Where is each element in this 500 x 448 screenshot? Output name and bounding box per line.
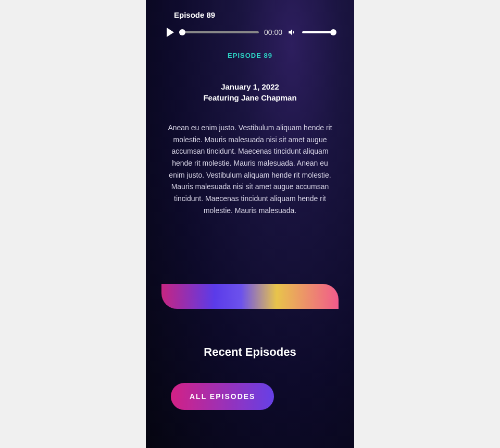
progress-slider[interactable] bbox=[179, 31, 259, 33]
play-button-icon[interactable] bbox=[167, 28, 174, 37]
all-episodes-button[interactable]: All Episodes bbox=[171, 383, 274, 410]
player-title: Episode 89 bbox=[174, 10, 339, 19]
time-display: 00:00 bbox=[264, 28, 282, 36]
progress-thumb[interactable] bbox=[179, 29, 185, 35]
episode-label: Episode 89 bbox=[161, 52, 339, 59]
episode-featuring: Featuring Jane Chapman bbox=[161, 93, 339, 102]
volume-thumb[interactable] bbox=[330, 29, 336, 35]
audio-player: 00:00 bbox=[161, 28, 339, 37]
episode-description: Anean eu enim justo. Vestibulum aliquam … bbox=[161, 122, 339, 216]
volume-slider[interactable] bbox=[302, 31, 333, 33]
volume-icon[interactable] bbox=[288, 28, 297, 37]
episode-date: January 1, 2022 bbox=[161, 82, 339, 91]
gradient-divider bbox=[161, 284, 339, 309]
podcast-episode-page: Episode 89 00:00 Episode 89 January 1, 2… bbox=[146, 0, 354, 448]
recent-episodes-heading: Recent Episodes bbox=[161, 345, 339, 359]
